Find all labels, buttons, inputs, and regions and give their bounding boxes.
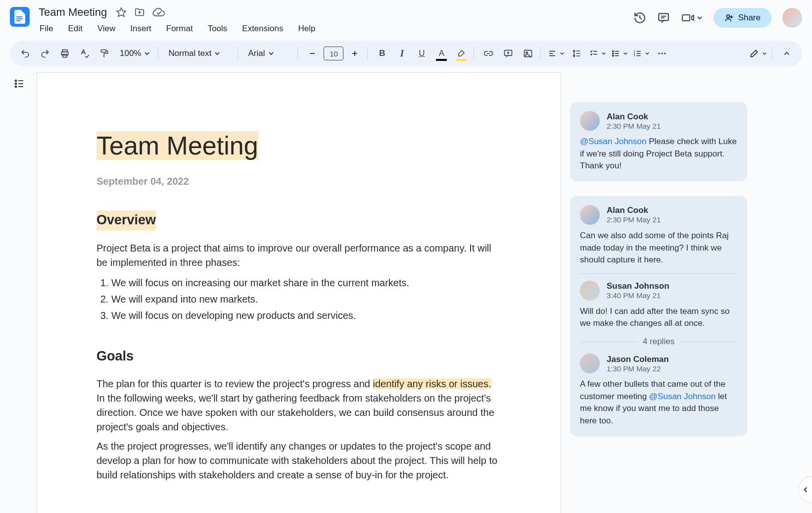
comment-body: @Susan Johnson Please check with Luke if… — [580, 136, 737, 172]
bold-button[interactable]: B — [374, 45, 390, 62]
list-item: We will focus on increasing our market s… — [111, 276, 501, 290]
print-icon[interactable] — [56, 45, 73, 62]
chevron-down-icon — [214, 51, 220, 56]
highlight-color-button[interactable] — [453, 45, 470, 62]
svg-text:3: 3 — [634, 54, 635, 57]
overview-paragraph: Project Beta is a project that aims to i… — [96, 241, 501, 270]
chevron-down-icon — [144, 51, 150, 56]
toolbar: 100% Normal text Arial 10 B I U A — [10, 41, 802, 66]
collapse-toolbar-icon[interactable] — [778, 45, 795, 62]
list-item: We will expand into new markets. — [111, 292, 501, 307]
zoom-value: 100% — [120, 49, 141, 58]
line-spacing-icon[interactable] — [569, 45, 585, 62]
chevron-down-icon[interactable] — [697, 15, 703, 21]
comment-time: 2:30 PM May 21 — [607, 122, 661, 130]
chevron-down-icon — [623, 51, 628, 56]
svg-rect-2 — [16, 20, 20, 21]
doc-title[interactable]: Team Meeting — [37, 5, 109, 20]
share-button[interactable]: Share — [714, 8, 771, 28]
paint-format-icon[interactable] — [96, 45, 113, 62]
cloud-status-icon[interactable] — [152, 7, 165, 18]
menu-tools[interactable]: Tools — [205, 22, 231, 36]
avatar — [580, 281, 600, 301]
comment-author: Susan Johnson — [607, 281, 669, 291]
svg-point-13 — [613, 51, 614, 51]
comment-time: 1:30 PM May 22 — [607, 364, 669, 373]
text-color-button[interactable]: A — [433, 45, 450, 62]
menu-extensions[interactable]: Extensions — [239, 22, 286, 36]
numbered-list-select[interactable]: 123 — [632, 45, 651, 62]
meet-icon[interactable] — [681, 12, 703, 24]
comment-author: Alan Cook — [607, 205, 661, 215]
checklist-select[interactable] — [588, 45, 607, 62]
font-select[interactable]: Arial — [244, 45, 293, 62]
account-avatar[interactable] — [782, 8, 802, 28]
mention[interactable]: @Susan Johnson — [649, 392, 716, 401]
menu-insert[interactable]: Insert — [127, 22, 154, 36]
font-size-decrease[interactable] — [304, 45, 321, 62]
menu-bar: File Edit View Insert Format Tools Exten… — [37, 22, 626, 36]
align-select[interactable] — [547, 45, 566, 62]
avatar — [580, 205, 600, 225]
docs-logo-icon[interactable] — [10, 7, 30, 27]
menu-format[interactable]: Format — [163, 22, 196, 36]
spellcheck-icon[interactable] — [76, 45, 93, 62]
zoom-select[interactable]: 100% — [116, 45, 154, 62]
svg-rect-4 — [682, 15, 690, 21]
svg-point-15 — [613, 55, 614, 56]
menu-edit[interactable]: Edit — [65, 22, 85, 36]
people-icon — [724, 13, 734, 23]
comments-panel: Alan Cook 2:30 PM May 21 @Susan Johnson … — [570, 102, 747, 436]
goals-paragraph-1: The plan for this quarter is to review t… — [96, 377, 501, 434]
svg-point-12 — [526, 52, 527, 53]
history-icon[interactable] — [633, 11, 646, 24]
star-icon[interactable] — [116, 7, 127, 18]
paragraph-style-value: Normal text — [168, 49, 211, 58]
chevron-down-icon — [645, 51, 650, 56]
svg-point-22 — [15, 80, 17, 82]
bulleted-list-select[interactable] — [610, 45, 629, 62]
comment-body: Will do! I can add after the team sync s… — [580, 306, 737, 330]
comment-time: 3:40 PM May 21 — [607, 291, 669, 300]
italic-button[interactable]: I — [393, 45, 410, 62]
highlighted-text: identify any risks or issues. — [373, 378, 491, 389]
menu-file[interactable]: File — [37, 22, 56, 36]
doc-date: September 04, 2022 — [96, 174, 501, 189]
redo-icon[interactable] — [37, 45, 53, 62]
undo-icon[interactable] — [17, 45, 34, 62]
replies-count[interactable]: 4 replies — [643, 337, 674, 347]
chevron-down-icon — [560, 51, 565, 56]
font-size-input[interactable]: 10 — [324, 47, 343, 60]
editing-mode-select[interactable] — [748, 45, 768, 62]
menu-view[interactable]: View — [95, 22, 119, 36]
insert-link-icon[interactable] — [480, 45, 497, 62]
mention[interactable]: @Susan Johnson — [580, 137, 646, 146]
svg-rect-3 — [659, 13, 669, 20]
menu-help[interactable]: Help — [295, 22, 318, 36]
comment-body: Can we also add some of the points Raj m… — [580, 230, 737, 266]
comments-icon[interactable] — [657, 11, 670, 24]
chevron-down-icon — [762, 51, 767, 56]
comment-author: Jason Coleman — [607, 355, 669, 364]
svg-point-24 — [15, 86, 17, 88]
comment-card[interactable]: Alan Cook 2:30 PM May 21 @Susan Johnson … — [570, 102, 747, 181]
svg-rect-9 — [101, 50, 106, 52]
comment-card[interactable]: Alan Cook 2:30 PM May 21 Can we also add… — [570, 196, 747, 436]
svg-point-19 — [659, 52, 660, 54]
document-outline-icon[interactable] — [11, 75, 28, 92]
insert-image-icon[interactable] — [520, 45, 536, 62]
font-size-increase[interactable] — [346, 45, 363, 62]
move-icon[interactable] — [134, 7, 145, 18]
underline-button[interactable]: U — [413, 45, 430, 62]
list-item: We will focus on developing new products… — [111, 308, 501, 323]
phases-list: We will focus on increasing our market s… — [96, 276, 501, 323]
add-comment-icon[interactable] — [500, 45, 517, 62]
doc-heading-title: Team Meeting — [96, 131, 258, 160]
paragraph-style-select[interactable]: Normal text — [164, 45, 234, 62]
avatar — [580, 111, 600, 131]
svg-rect-1 — [16, 18, 22, 19]
document-page[interactable]: Team Meeting September 04, 2022 Overview… — [37, 72, 561, 513]
more-tools-icon[interactable] — [654, 45, 670, 62]
chevron-left-icon — [802, 486, 809, 493]
app-header: Team Meeting File Edit View Insert Forma… — [0, 0, 812, 36]
